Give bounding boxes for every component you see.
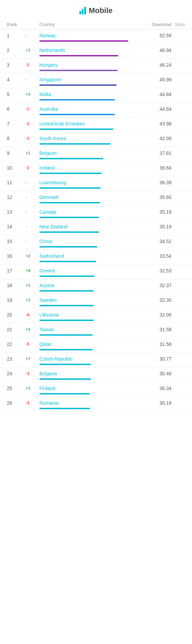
speed-bar-row bbox=[7, 364, 185, 365]
speed-bar-row bbox=[7, 143, 185, 145]
rank-number: 21 bbox=[7, 327, 26, 332]
rank-change: +1 bbox=[26, 283, 39, 288]
speed-bar-row bbox=[7, 290, 185, 292]
col-unit-header: Mbps bbox=[171, 22, 185, 27]
header: Mobile bbox=[0, 0, 192, 18]
country-name[interactable]: New Zealand bbox=[39, 224, 144, 229]
download-value: 36.39 bbox=[144, 180, 171, 185]
rank-change: +2 bbox=[26, 254, 39, 258]
rank-change: -1 bbox=[26, 165, 39, 170]
country-name[interactable]: Switzerland bbox=[39, 253, 144, 259]
col-download-header: Download bbox=[144, 22, 171, 27]
page-title: Mobile bbox=[89, 6, 113, 15]
country-name[interactable]: Czech Republic bbox=[39, 356, 144, 362]
country-name[interactable]: Canada bbox=[39, 209, 144, 215]
country-name[interactable]: Australia bbox=[39, 106, 144, 112]
table-row: 7-1United Arab Emirates43.98 bbox=[0, 118, 192, 132]
download-value: 44.84 bbox=[144, 92, 171, 97]
col-rank-header: Rank bbox=[7, 22, 26, 27]
country-name[interactable]: South Korea bbox=[39, 136, 144, 141]
rank-change: -1 bbox=[26, 63, 39, 67]
rank-change: -3 bbox=[26, 371, 39, 376]
rank-change: - bbox=[26, 195, 39, 200]
speed-bar-row bbox=[7, 305, 185, 306]
country-name[interactable]: Finland bbox=[39, 386, 144, 391]
country-name[interactable]: Iceland bbox=[39, 165, 144, 171]
country-name[interactable]: Singapore bbox=[39, 77, 144, 82]
speed-bar-row bbox=[7, 158, 185, 159]
download-value: 30.46 bbox=[144, 371, 171, 376]
rank-change: +3 bbox=[26, 327, 39, 332]
rank-number: 6 bbox=[7, 106, 26, 112]
speed-bar-row bbox=[7, 393, 185, 394]
country-name[interactable]: United Arab Emirates bbox=[39, 121, 144, 126]
speed-bar-row bbox=[7, 334, 185, 336]
rank-number: 23 bbox=[7, 356, 26, 362]
download-value: 32.30 bbox=[144, 297, 171, 303]
rank-change: - bbox=[26, 239, 39, 244]
country-name[interactable]: Taiwan bbox=[39, 327, 144, 332]
table-row: 14-New Zealand35.19 bbox=[0, 220, 192, 235]
table-row: 22-5Qatar31.56 bbox=[0, 338, 192, 353]
download-value: 37.81 bbox=[144, 150, 171, 156]
country-name[interactable]: China bbox=[39, 239, 144, 244]
rank-change: -1 bbox=[26, 136, 39, 141]
rank-number: 15 bbox=[7, 239, 26, 244]
download-value: 52.59 bbox=[144, 33, 171, 38]
country-name[interactable]: Hungary bbox=[39, 62, 144, 68]
speed-bar-row bbox=[7, 261, 185, 262]
speed-bar-row bbox=[7, 70, 185, 71]
rank-change: -4 bbox=[26, 312, 39, 317]
country-name[interactable]: Bulgaria bbox=[39, 371, 144, 376]
download-value: 36.84 bbox=[144, 165, 171, 171]
country-name[interactable]: Romania bbox=[39, 400, 144, 406]
speed-bar-row bbox=[7, 114, 185, 115]
table-row: 24-3Bulgaria30.46 bbox=[0, 367, 192, 382]
table-row: 18+1Austria32.37 bbox=[0, 279, 192, 294]
country-name[interactable]: Norway bbox=[39, 33, 144, 38]
table-row: 11-Luxembourg36.39 bbox=[0, 176, 192, 191]
country-name[interactable]: Lithuania bbox=[39, 312, 144, 318]
rank-number: 2 bbox=[7, 48, 26, 53]
download-value: 31.58 bbox=[144, 327, 171, 332]
table-row: 2+1Netherlands46.94 bbox=[0, 44, 192, 59]
rank-number: 11 bbox=[7, 180, 26, 185]
rank-number: 12 bbox=[7, 194, 26, 200]
rank-change: +1 bbox=[26, 48, 39, 53]
table-row: 13-Canada35.19 bbox=[0, 206, 192, 220]
download-value: 45.99 bbox=[144, 77, 171, 82]
table-row: 3-1Hungary46.24 bbox=[0, 59, 192, 73]
table-row: 8-1South Korea42.09 bbox=[0, 132, 192, 147]
col-country-header: Country bbox=[39, 22, 144, 27]
rank-number: 17 bbox=[7, 268, 26, 273]
speed-bar bbox=[39, 114, 115, 115]
speed-bar bbox=[39, 40, 128, 42]
country-name[interactable]: Belgium bbox=[39, 150, 144, 156]
country-name[interactable]: Denmark bbox=[39, 194, 144, 200]
speed-bar bbox=[39, 99, 115, 100]
speed-bar bbox=[39, 129, 113, 130]
table-row: 25+3Finland30.34 bbox=[0, 382, 192, 397]
table-row: 5+3Malta44.84 bbox=[0, 88, 192, 103]
country-name[interactable]: Qatar bbox=[39, 341, 144, 347]
table-row: 12-Denmark35.60 bbox=[0, 191, 192, 206]
country-name[interactable]: Sweden bbox=[39, 297, 144, 303]
download-value: 35.19 bbox=[144, 224, 171, 229]
rank-number: 14 bbox=[7, 224, 26, 229]
download-value: 43.98 bbox=[144, 121, 171, 126]
speed-bar bbox=[39, 202, 100, 203]
download-value: 44.64 bbox=[144, 106, 171, 112]
country-name[interactable]: Luxembourg bbox=[39, 180, 144, 185]
rank-change: - bbox=[26, 77, 39, 82]
rank-number: 1 bbox=[7, 33, 26, 38]
rank-number: 3 bbox=[7, 62, 26, 68]
country-name[interactable]: Malta bbox=[39, 92, 144, 97]
country-name[interactable]: Austria bbox=[39, 283, 144, 288]
speed-bar-row bbox=[7, 84, 185, 86]
country-name[interactable]: Netherlands bbox=[39, 48, 144, 53]
speed-bar bbox=[39, 231, 99, 233]
country-name[interactable]: Greece bbox=[39, 268, 144, 273]
speed-bar bbox=[39, 84, 117, 86]
speed-bar bbox=[39, 55, 118, 56]
speed-bar-row bbox=[7, 378, 185, 380]
